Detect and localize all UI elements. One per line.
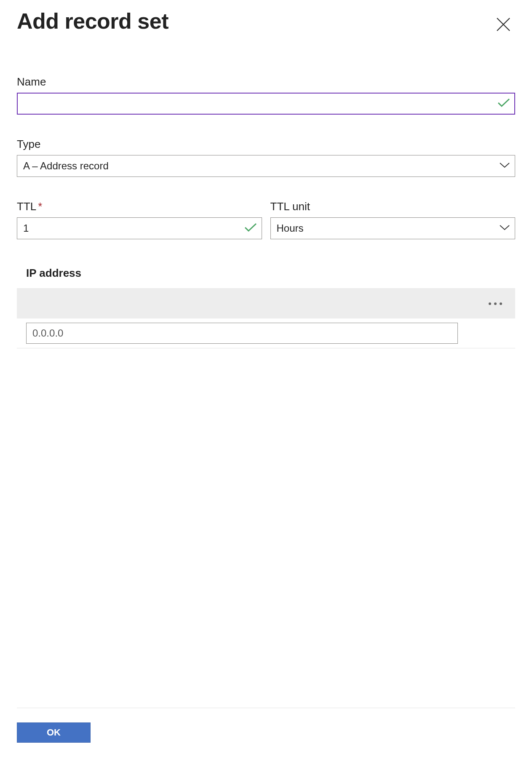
required-asterisk: * xyxy=(38,200,42,213)
ttl-label: TTL* xyxy=(17,200,262,213)
panel-footer: OK xyxy=(17,708,515,757)
close-button[interactable] xyxy=(492,13,515,37)
ip-section-label: IP address xyxy=(26,267,515,280)
ttl-row: TTL* TTL unit Hours xyxy=(17,200,515,239)
svg-point-2 xyxy=(500,302,502,305)
ip-list-header xyxy=(17,288,515,318)
ip-address-row xyxy=(17,318,515,348)
type-select-wrap: A – Address record xyxy=(17,155,515,177)
ttl-input[interactable] xyxy=(17,217,262,239)
name-label: Name xyxy=(17,75,515,88)
more-options-button[interactable] xyxy=(485,297,506,310)
ttl-input-wrap xyxy=(17,217,262,239)
svg-point-1 xyxy=(494,302,497,305)
svg-point-0 xyxy=(489,302,491,305)
close-icon xyxy=(496,27,511,33)
ttl-unit-select[interactable]: Hours xyxy=(270,217,516,239)
name-input-wrap xyxy=(17,93,515,115)
ttl-unit-field-group: TTL unit Hours xyxy=(270,200,516,239)
header-row: Add record set xyxy=(17,8,515,37)
name-input[interactable] xyxy=(17,93,515,115)
add-record-panel: Add record set Name Type A – Address rec… xyxy=(0,0,532,757)
panel-title: Add record set xyxy=(17,8,168,34)
ttl-unit-select-wrap: Hours xyxy=(270,217,516,239)
ok-button[interactable]: OK xyxy=(17,722,91,743)
ip-address-input[interactable] xyxy=(26,323,458,344)
name-field-group: Name xyxy=(17,75,515,115)
ttl-unit-label: TTL unit xyxy=(270,200,516,213)
ttl-field-group: TTL* xyxy=(17,200,262,239)
ttl-label-text: TTL xyxy=(17,200,36,213)
type-field-group: Type A – Address record xyxy=(17,138,515,177)
type-label: Type xyxy=(17,138,515,151)
more-horizontal-icon xyxy=(488,300,503,307)
type-select[interactable]: A – Address record xyxy=(17,155,515,177)
